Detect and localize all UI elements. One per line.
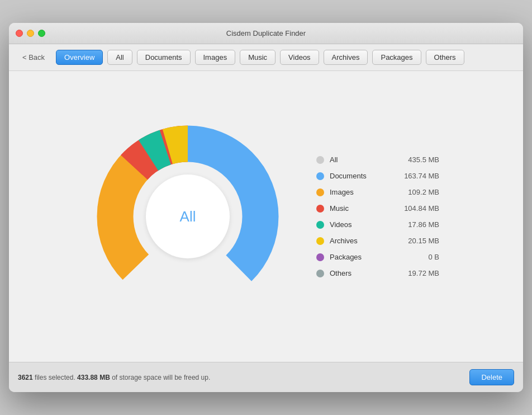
tab-documents[interactable]: Documents (137, 50, 191, 65)
tab-images[interactable]: Images (195, 50, 236, 65)
legend-dot-others (316, 270, 324, 277)
close-button[interactable] (16, 30, 23, 37)
legend-value-others: 19.72 MB (397, 269, 439, 277)
legend-label-packages: Packages (330, 253, 392, 261)
legend-item-documents: Documents 163.74 MB (316, 172, 439, 180)
maximize-button[interactable] (38, 30, 45, 37)
tab-overview[interactable]: Overview (56, 50, 103, 65)
legend-label-images: Images (330, 188, 392, 196)
legend-dot-documents (316, 172, 324, 180)
status-bar: 3621 files selected. 433.88 MB of storag… (9, 362, 523, 392)
minimize-button[interactable] (27, 30, 34, 37)
files-count: 3621 (18, 374, 33, 381)
window-title: Cisdem Duplicate Finder (226, 29, 306, 37)
legend-dot-music (316, 205, 324, 213)
legend-label-others: Others (330, 269, 392, 277)
delete-button[interactable]: Delete (469, 369, 514, 385)
legend-value-archives: 20.15 MB (397, 237, 439, 245)
legend-item-packages: Packages 0 B (316, 253, 439, 261)
legend-dot-videos (316, 221, 324, 229)
back-button[interactable]: < Back (18, 51, 49, 64)
legend-item-all: All 435.5 MB (316, 155, 439, 164)
tab-all[interactable]: All (107, 50, 132, 65)
chart-container: All All 435.5 MB Documents 163.74 MB Ima… (93, 121, 439, 312)
toolbar: < Back Overview All Documents Images Mus… (9, 44, 523, 71)
app-window: Cisdem Duplicate Finder < Back Overview … (9, 23, 523, 392)
legend-item-images: Images 109.2 MB (316, 188, 439, 196)
tab-music[interactable]: Music (240, 50, 276, 65)
storage-amount: 433.88 MB (77, 374, 110, 381)
legend: All 435.5 MB Documents 163.74 MB Images … (316, 155, 439, 277)
legend-item-others: Others 19.72 MB (316, 269, 439, 277)
legend-label-music: Music (330, 204, 392, 213)
tab-videos[interactable]: Videos (280, 50, 319, 65)
title-bar: Cisdem Duplicate Finder (9, 23, 523, 44)
storage-label: of storage space will be freed up. (112, 374, 210, 381)
legend-item-videos: Videos 17.86 MB (316, 220, 439, 229)
status-text: 3621 files selected. 433.88 MB of storag… (18, 374, 210, 381)
legend-label-archives: Archives (330, 237, 392, 245)
legend-label-videos: Videos (330, 220, 392, 229)
legend-item-music: Music 104.84 MB (316, 204, 439, 213)
legend-value-videos: 17.86 MB (397, 220, 439, 229)
content-area: All All 435.5 MB Documents 163.74 MB Ima… (9, 71, 523, 362)
legend-label-all: All (330, 155, 392, 164)
donut-chart: All (93, 121, 283, 312)
legend-value-images: 109.2 MB (397, 188, 439, 196)
donut-center-label: All (146, 175, 230, 258)
traffic-lights (16, 30, 45, 37)
legend-dot-images (316, 188, 324, 196)
legend-item-archives: Archives 20.15 MB (316, 237, 439, 245)
legend-dot-packages (316, 253, 324, 261)
legend-value-documents: 163.74 MB (397, 172, 439, 180)
files-label: files selected. (35, 374, 75, 381)
legend-dot-all (316, 156, 324, 164)
legend-value-packages: 0 B (397, 253, 439, 261)
tab-archives[interactable]: Archives (324, 50, 368, 65)
tab-packages[interactable]: Packages (372, 50, 421, 65)
legend-value-all: 435.5 MB (397, 155, 439, 164)
tab-others[interactable]: Others (426, 50, 464, 65)
legend-label-documents: Documents (330, 172, 392, 180)
legend-dot-archives (316, 237, 324, 245)
legend-value-music: 104.84 MB (397, 204, 439, 213)
